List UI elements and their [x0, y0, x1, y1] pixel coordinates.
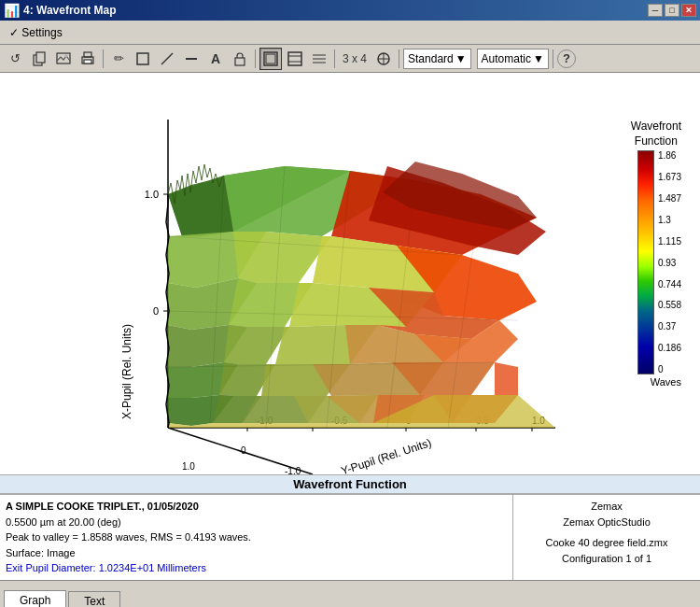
legend-labels: 1.86 1.673 1.487 1.3 1.115 0.93 0.744 0.…	[658, 150, 681, 374]
separator-3	[334, 49, 335, 68]
legend-gradient	[637, 150, 654, 374]
copy-button[interactable]	[28, 48, 50, 70]
legend-val-9: 0.186	[658, 343, 681, 353]
separator-5	[553, 49, 553, 68]
svg-text:0: 0	[153, 305, 159, 317]
svg-text:-1.0: -1.0	[285, 466, 301, 474]
legend-scale: 1.86 1.673 1.487 1.3 1.115 0.93 0.744 0.…	[637, 150, 681, 374]
minimize-button[interactable]: ─	[648, 4, 663, 17]
svg-text:X-Pupil (Rel. Units): X-Pupil (Rel. Units)	[120, 324, 133, 419]
info-left: A SIMPLE COOKE TRIPLET., 01/05/2020 0.55…	[0, 495, 513, 580]
close-button[interactable]: ✕	[681, 4, 696, 17]
legend-val-10: 0	[658, 364, 681, 374]
info-line4: Surface: Image	[6, 545, 507, 561]
info-right-file: Cooke 40 degree field.zmx Configuration …	[519, 535, 694, 566]
help-button[interactable]: ?	[557, 49, 576, 68]
frame-button[interactable]	[259, 48, 282, 70]
grid-size-icon[interactable]	[372, 48, 395, 70]
legend-val-5: 0.93	[658, 258, 681, 268]
automatic-dropdown[interactable]: Automatic ▼	[477, 49, 549, 69]
info-right: Zemax Zemax OpticStudio Cooke 40 degree …	[513, 495, 700, 580]
separator-2	[255, 49, 256, 68]
info-line5: Exit Pupil Diameter: 1.0234E+01 Millimet…	[6, 560, 507, 576]
title-bar: 📊 4: Wavefront Map ─ □ ✕	[0, 0, 700, 21]
svg-text:0: 0	[241, 445, 246, 456]
legend-val-1: 1.673	[658, 172, 681, 182]
legend-val-4: 1.115	[658, 236, 681, 247]
lock-button[interactable]	[229, 48, 251, 70]
info-right-mid: Zemax OpticStudio	[519, 515, 694, 530]
toolbar: ↺ ✏ A 3 x 4 Standard ▼ Autom	[0, 45, 700, 73]
svg-rect-10	[235, 58, 245, 65]
svg-point-3	[65, 54, 68, 57]
svg-rect-13	[288, 52, 301, 65]
svg-rect-12	[266, 54, 275, 64]
svg-line-8	[161, 53, 173, 64]
standard-dropdown[interactable]: Standard ▼	[403, 49, 471, 69]
svg-text:1.0: 1.0	[182, 461, 195, 472]
svg-rect-6	[84, 60, 91, 64]
legend-val-3: 1.3	[658, 215, 681, 225]
main-content: 1.0 0 1.0 0 -1.0 1.0 0.5 0 -0.5 -1.0 X-P…	[0, 73, 700, 580]
legend-val-6: 0.744	[658, 279, 681, 289]
settings-menu[interactable]: ✓ Settings	[4, 24, 68, 41]
print-button[interactable]	[77, 48, 99, 70]
svg-rect-1	[36, 52, 45, 63]
wavefront-plot: 1.0 0 1.0 0 -1.0 1.0 0.5 0 -0.5 -1.0 X-P…	[0, 73, 700, 474]
info-section: A SIMPLE COOKE TRIPLET., 01/05/2020 0.55…	[0, 494, 700, 580]
separator-4	[399, 49, 399, 68]
legend-val-0: 1.86	[658, 150, 681, 161]
chart-area: 1.0 0 1.0 0 -1.0 1.0 0.5 0 -0.5 -1.0 X-P…	[0, 73, 700, 474]
maximize-button[interactable]: □	[665, 4, 679, 17]
legend-title: WavefrontFunction	[631, 120, 681, 148]
title-bar-controls: ─ □ ✕	[648, 4, 696, 17]
legend-unit: Waves	[651, 376, 681, 388]
svg-rect-7	[137, 53, 148, 64]
line-button[interactable]	[156, 48, 178, 70]
svg-text:1.0: 1.0	[145, 189, 159, 200]
window-icon: 📊	[4, 3, 20, 18]
color-legend: WavefrontFunction 1.86 1.673 1.487 1.3 1…	[631, 120, 681, 388]
pencil-button[interactable]: ✏	[107, 48, 130, 70]
chart-subtitle: Wavefront Function	[0, 474, 700, 494]
text-button[interactable]: A	[204, 48, 227, 70]
svg-rect-5	[84, 52, 91, 57]
info-right-top: Zemax	[519, 499, 694, 515]
refresh-button[interactable]: ↺	[4, 48, 26, 70]
frame2-button[interactable]	[284, 48, 306, 70]
grid-button[interactable]	[308, 48, 330, 70]
info-line3: Peak to valley = 1.8588 waves, RMS = 0.4…	[6, 529, 507, 545]
menu-bar: ✓ Settings	[0, 21, 700, 45]
window-title: 4: Wavefront Map	[23, 4, 117, 17]
hline-button[interactable]	[180, 48, 203, 70]
separator-1	[103, 49, 104, 68]
tab-text[interactable]: Text	[68, 591, 120, 608]
rectangle-button[interactable]	[132, 48, 154, 70]
grid-size-label: 3 x 4	[339, 52, 371, 65]
info-line2: 0.5500 µm at 20.00 (deg)	[6, 515, 507, 530]
title-bar-left: 📊 4: Wavefront Map	[4, 3, 117, 18]
tab-graph[interactable]: Graph	[4, 590, 66, 608]
image-button[interactable]	[52, 48, 75, 70]
tab-bar: Graph Text	[0, 580, 700, 608]
info-line1: A SIMPLE COOKE TRIPLET., 01/05/2020	[6, 499, 507, 515]
legend-val-8: 0.37	[658, 321, 681, 332]
legend-val-7: 0.558	[658, 300, 681, 310]
legend-val-2: 1.487	[658, 193, 681, 204]
